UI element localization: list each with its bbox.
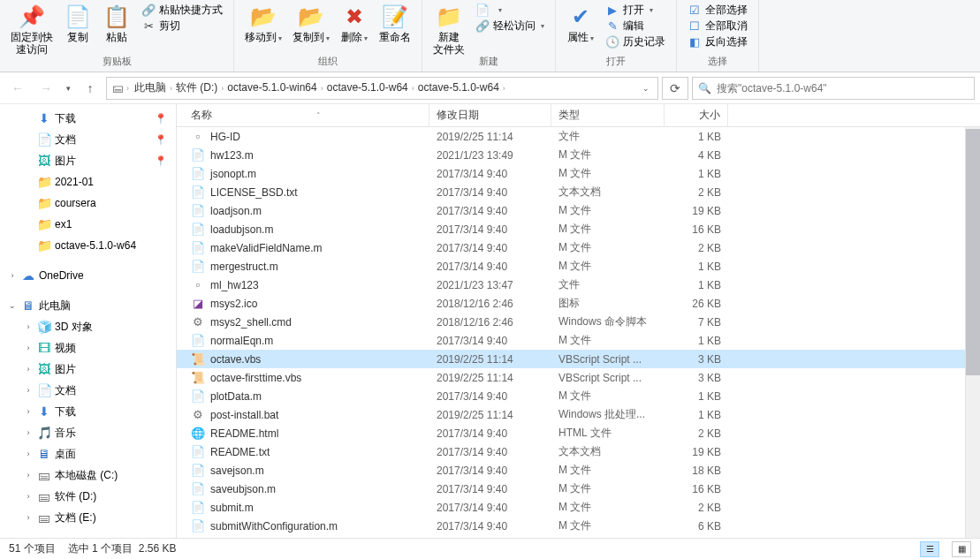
- file-row[interactable]: 📄saveubjson.m2017/3/14 9:40M 文件16 KB: [177, 480, 980, 498]
- breadcrumb-item[interactable]: octave-5.1.0-win64: [224, 79, 320, 95]
- pin-quick-access[interactable]: 📌固定到快 速访问: [5, 2, 58, 57]
- search-input[interactable]: [717, 82, 969, 94]
- column-size[interactable]: 大小: [665, 104, 728, 126]
- file-row[interactable]: 📄mergestruct.m2017/3/14 9:40M 文件1 KB: [177, 257, 980, 276]
- breadcrumb-item[interactable]: 软件 (D:): [172, 79, 221, 95]
- expand-icon[interactable]: ›: [23, 386, 34, 395]
- new-item[interactable]: 📄▾: [470, 2, 507, 18]
- paste[interactable]: 📋粘贴: [97, 2, 136, 44]
- recent-locations-dropdown[interactable]: ▾: [62, 76, 74, 101]
- column-name[interactable]: 名称 ˄: [177, 104, 429, 126]
- file-row[interactable]: 📄submit.m2017/3/14 9:40M 文件2 KB: [177, 498, 980, 517]
- file-row[interactable]: ▫ml_hw1232021/1/23 13:47文件1 KB: [177, 276, 980, 294]
- file-row[interactable]: 📄makeValidFieldName.m2017/3/14 9:40M 文件2…: [177, 238, 980, 257]
- file-row[interactable]: 📄loadjson.m2017/3/14 9:40M 文件19 KB: [177, 201, 980, 220]
- ribbon-group-label: 打开: [606, 53, 626, 68]
- file-row[interactable]: ⚙post-install.bat2019/2/25 11:14Windows …: [177, 405, 980, 424]
- file-row[interactable]: 📄LICENSE_BSD.txt2017/3/14 9:40文本文档2 KB: [177, 183, 980, 201]
- expand-icon[interactable]: ›: [23, 407, 34, 416]
- tree-node[interactable]: ⬇下载📍: [0, 108, 176, 129]
- expand-icon[interactable]: ›: [23, 449, 34, 458]
- expand-icon[interactable]: ›: [23, 322, 34, 331]
- tree-node[interactable]: ›🧊3D 对象: [0, 316, 176, 337]
- file-row[interactable]: 📄jsonopt.m2017/3/14 9:40M 文件1 KB: [177, 164, 980, 183]
- tree-node[interactable]: 🖼图片📍: [0, 150, 176, 171]
- expand-icon[interactable]: ⌄: [7, 301, 18, 310]
- new-folder[interactable]: 📁新建 文件夹: [428, 2, 470, 57]
- file-row[interactable]: ▫HG-ID2019/2/25 11:14文件1 KB: [177, 127, 980, 146]
- tree-node[interactable]: 📁coursera: [0, 193, 176, 214]
- easy-access[interactable]: 🔗轻松访问▾: [470, 18, 550, 34]
- paste-shortcut[interactable]: 🔗粘贴快捷方式: [136, 2, 228, 18]
- cut[interactable]: ✂剪切: [136, 18, 186, 34]
- file-row[interactable]: 📄normalEqn.m2017/3/14 9:40M 文件1 KB: [177, 331, 980, 350]
- expand-icon[interactable]: ›: [7, 271, 18, 280]
- breadcrumb-item[interactable]: octave-5.1.0-w64: [414, 79, 503, 95]
- properties[interactable]: ✔属性▾: [561, 2, 600, 44]
- tree-label: 文档: [55, 132, 76, 147]
- tree-node[interactable]: ⌄🖥此电脑: [0, 295, 176, 316]
- file-type: M 文件: [551, 499, 665, 516]
- edit[interactable]: ✎编辑: [600, 18, 650, 34]
- scroll-thumb[interactable]: [966, 129, 980, 375]
- expand-icon[interactable]: ›: [23, 428, 34, 437]
- select-all[interactable]: ☑全部选择: [682, 2, 753, 18]
- up-button[interactable]: ↑: [78, 76, 103, 101]
- file-row[interactable]: ⚙msys2_shell.cmd2018/12/16 2:46Windows 命…: [177, 313, 980, 331]
- tree-node[interactable]: 📁octave-5.1.0-w64: [0, 235, 176, 256]
- breadcrumb-dropdown[interactable]: ⌄: [638, 84, 654, 93]
- tree-node[interactable]: 📁2021-01: [0, 171, 176, 193]
- breadcrumb-item[interactable]: 此电脑: [131, 79, 170, 95]
- select-none[interactable]: ☐全部取消: [682, 18, 753, 34]
- rename[interactable]: 📝重命名: [374, 2, 416, 44]
- tree-node[interactable]: ›🖼图片: [0, 359, 176, 380]
- column-date[interactable]: 修改日期: [429, 104, 551, 126]
- breadcrumb-item[interactable]: octave-5.1.0-w64: [323, 79, 412, 95]
- details-view-button[interactable]: ☰: [920, 541, 939, 557]
- copy[interactable]: 📄复制: [58, 2, 97, 44]
- tree-node[interactable]: 📁ex1: [0, 214, 176, 235]
- tree-node[interactable]: ›🖴软件 (D:): [0, 486, 176, 507]
- forward-button[interactable]: →: [34, 76, 58, 101]
- file-row[interactable]: ◪msys2.ico2018/12/16 2:46图标26 KB: [177, 294, 980, 313]
- expand-icon[interactable]: ›: [23, 365, 34, 374]
- column-type[interactable]: 类型: [551, 104, 665, 126]
- file-row[interactable]: 🌐README.html2017/3/14 9:40HTML 文件2 KB: [177, 424, 980, 442]
- back-button[interactable]: ←: [5, 76, 30, 101]
- tree-node[interactable]: ›☁OneDrive: [0, 265, 176, 286]
- file-row[interactable]: 📄README.txt2017/3/14 9:40文本文档19 KB: [177, 442, 980, 461]
- open[interactable]: ▶打开▾: [600, 2, 658, 18]
- vertical-scrollbar[interactable]: [965, 127, 980, 538]
- expand-icon[interactable]: ›: [23, 513, 34, 522]
- invert-selection[interactable]: ◧反向选择: [682, 34, 753, 49]
- tree-node[interactable]: ›🖴本地磁盘 (C:): [0, 465, 176, 486]
- icons-view-button[interactable]: ▦: [952, 541, 971, 557]
- file-row[interactable]: 📄savejson.m2017/3/14 9:40M 文件18 KB: [177, 461, 980, 480]
- expand-icon[interactable]: ›: [23, 471, 34, 480]
- tree-node[interactable]: ›📄文档: [0, 380, 176, 401]
- file-row[interactable]: 📜octave.vbs2019/2/25 11:14VBScript Scrip…: [177, 350, 980, 368]
- breadcrumb[interactable]: 🖴 › 此电脑›软件 (D:)›octave-5.1.0-win64›octav…: [106, 77, 658, 100]
- history[interactable]: 🕓历史记录: [600, 34, 671, 49]
- tree-node[interactable]: ›🎵音乐: [0, 422, 176, 443]
- search-box[interactable]: 🔍: [692, 77, 975, 100]
- chevron-right-icon[interactable]: ›: [503, 84, 505, 93]
- file-row[interactable]: 📜octave-firsttime.vbs2019/2/25 11:14VBSc…: [177, 368, 980, 387]
- file-row[interactable]: 📄loadubjson.m2017/3/14 9:40M 文件16 KB: [177, 220, 980, 238]
- delete[interactable]: ✖删除▾: [335, 2, 374, 44]
- tree-node[interactable]: 📄文档📍: [0, 129, 176, 150]
- tree-node[interactable]: ›🖥桌面: [0, 443, 176, 465]
- expand-icon[interactable]: ›: [23, 344, 34, 352]
- tree-node[interactable]: ›🎞视频: [0, 337, 176, 359]
- tree-node[interactable]: ›🖴文档 (E:): [0, 507, 176, 528]
- expand-icon[interactable]: ›: [23, 492, 34, 501]
- copy-to[interactable]: 📂复制到▾: [287, 2, 335, 44]
- file-row[interactable]: 📄hw123.m2021/1/23 13:49M 文件4 KB: [177, 146, 980, 164]
- move-to[interactable]: 📂移动到▾: [239, 2, 287, 44]
- tree-node[interactable]: ›⬇下载: [0, 401, 176, 422]
- file-row[interactable]: 📄submitWithConfiguration.m2017/3/14 9:40…: [177, 517, 980, 535]
- refresh-button[interactable]: ⟳: [662, 77, 688, 100]
- chevron-right-icon[interactable]: ›: [126, 84, 129, 93]
- file-list[interactable]: ▫HG-ID2019/2/25 11:14文件1 KB📄hw123.m2021/…: [177, 127, 980, 538]
- file-row[interactable]: 📄plotData.m2017/3/14 9:40M 文件1 KB: [177, 387, 980, 405]
